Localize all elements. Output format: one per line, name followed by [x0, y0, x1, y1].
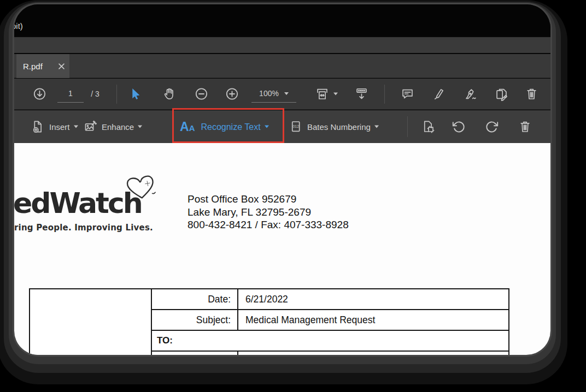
zoom-in-icon [225, 87, 239, 102]
page-fit-dropdown[interactable] [315, 87, 338, 102]
date-value: 6/21/2022 [238, 289, 509, 310]
hand-tool-button[interactable] [162, 87, 177, 102]
trash-icon [524, 87, 539, 102]
address-line: Lake Mary, FL 32795-2679 [187, 206, 349, 219]
enhance-label: Enhance [102, 122, 134, 132]
bates-label: Bates Numbering [307, 122, 371, 132]
delete-pages-button[interactable] [518, 120, 532, 134]
comment-icon [400, 87, 415, 102]
heart-logo-icon [122, 174, 160, 202]
close-icon[interactable] [57, 62, 66, 70]
memo-table: Date: 6/21/2022 Subject: Medical Managem… [29, 288, 509, 355]
chevron-down-icon [374, 126, 379, 128]
subject-value: Medical Management Request [238, 310, 509, 330]
document-tab[interactable]: R.pdf [16, 54, 69, 78]
page-count-label: / 3 [86, 79, 104, 110]
pdf-page: edWatch ring People. Improving Lives. Po… [14, 143, 550, 355]
insert-label: Insert [49, 122, 70, 132]
bates-numbering-icon: 012 [289, 120, 303, 134]
bates-numbering-dropdown[interactable]: 012 Bates Numbering [289, 120, 379, 134]
title-bar: bit) [14, 4, 550, 36]
page-fit-icon [315, 87, 330, 102]
zoom-out-icon [194, 87, 209, 102]
menu-bar [14, 37, 550, 53]
zoom-in-button[interactable] [225, 87, 239, 102]
chevron-down-icon [333, 93, 338, 96]
pointer-icon [128, 87, 142, 101]
rotate-ccw-icon [452, 120, 466, 134]
partial-cell [151, 351, 238, 355]
toolbar-separator [407, 116, 408, 137]
zoom-level-value: 100% [259, 89, 279, 98]
rotate-clockwise-button[interactable] [484, 120, 499, 134]
to-label: TO: [151, 330, 509, 351]
insert-dropdown[interactable]: Insert [31, 120, 78, 134]
memo-table-left-cell [30, 289, 151, 355]
date-label: Date: [151, 289, 238, 310]
tab-bar: R.pdf [14, 54, 550, 78]
table-row: Date: 6/21/2022 [30, 289, 509, 310]
toolbar-separator [384, 85, 385, 104]
sign-button[interactable] [464, 87, 478, 102]
hand-icon [162, 87, 177, 102]
page-number-input[interactable]: 1 [57, 85, 84, 103]
recognize-text-highlight-box [172, 108, 284, 143]
zoom-level-dropdown[interactable]: 100% [251, 85, 296, 103]
chevron-down-icon [284, 92, 289, 95]
app-window: bit) R.pdf 1 / 3 [14, 4, 550, 355]
bates-icon-text: 012 [292, 124, 299, 128]
subject-label: Subject: [151, 310, 238, 330]
page-edit-icon [494, 87, 509, 102]
logo-tagline: ring People. Improving Lives. [14, 223, 153, 233]
address-line: 800-432-8421 / Fax: 407-333-8928 [187, 218, 349, 231]
select-tool-button[interactable] [128, 87, 142, 101]
rotate-cw-icon [484, 120, 499, 134]
main-toolbar: 1 / 3 [14, 79, 550, 110]
partial-cell [238, 351, 509, 355]
chevron-down-icon [138, 126, 142, 128]
pen-nib-icon [464, 87, 478, 102]
download-button[interactable] [32, 87, 47, 102]
enhance-dropdown[interactable]: Enhance [83, 120, 142, 134]
chevron-down-icon [74, 126, 78, 128]
comment-button[interactable] [400, 87, 415, 102]
address-line: Post Office Box 952679 [187, 193, 349, 206]
trash-icon [518, 120, 532, 134]
insert-page-icon [31, 120, 45, 134]
window-title: bit) [14, 21, 23, 31]
tab-label: R.pdf [23, 62, 43, 71]
delete-button[interactable] [524, 87, 539, 102]
highlight-button[interactable] [431, 87, 446, 102]
toolbar-separator [116, 85, 117, 104]
download-icon [32, 87, 47, 102]
fill-sign-button[interactable] [494, 87, 509, 102]
scroll-mode-icon [354, 87, 369, 102]
rotate-counterclockwise-button[interactable] [452, 120, 466, 134]
highlighter-icon [431, 87, 446, 102]
zoom-out-button[interactable] [194, 87, 209, 102]
crop-page-icon [421, 120, 436, 134]
address-block: Post Office Box 952679 Lake Mary, FL 327… [187, 193, 349, 231]
scroll-mode-button[interactable] [354, 87, 369, 102]
enhance-scan-icon [83, 120, 98, 134]
crop-pages-button[interactable] [421, 120, 436, 134]
